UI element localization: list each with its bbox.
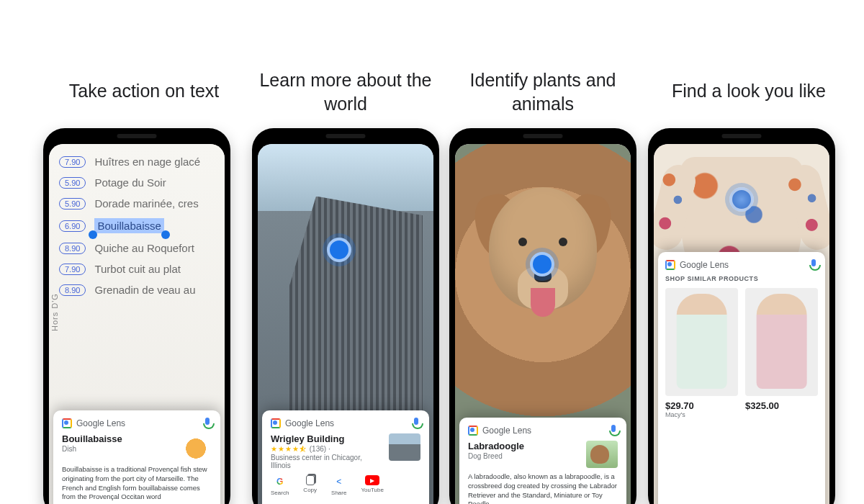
product-price: $29.70 [665, 400, 738, 411]
google-g-icon: G [274, 475, 287, 488]
result-card[interactable]: Google Lens Wrigley Building ★★★★⯪ (136)… [262, 410, 429, 504]
action-youtube[interactable]: ▸YouTube [361, 475, 383, 496]
action-copy[interactable]: Copy [303, 475, 317, 496]
heading-animals: Identify plants and animals [456, 68, 629, 115]
card-actions: GSearch Copy <Share ▸YouTube [271, 475, 420, 496]
shop-label: SHOP SIMILAR PRODUCTS [665, 275, 818, 282]
menu-row[interactable]: 8.90Quiche au Roquefort [49, 238, 225, 258]
card-subtitle: Business center in Chicagor, Illinois [271, 454, 383, 469]
lens-brand: Google Lens [665, 260, 729, 270]
card-subtitle: Dish [62, 445, 122, 453]
card-kv: Bouillabaisse Dish [62, 433, 212, 461]
card-title: Bouillabaisse [62, 433, 122, 444]
menu-row[interactable]: 8.90Grenadin de veau au [49, 279, 225, 300]
card-subtitle: Dog Breed [468, 452, 524, 460]
card-header: Google Lens [62, 418, 212, 429]
card-header: Google Lens [468, 425, 618, 436]
card-rating: ★★★★⯪ (136) · [271, 445, 383, 453]
menu-row[interactable]: 5.90Potage du Soir [49, 172, 225, 193]
menu-row[interactable]: 7.90Huîtres en nage glacé [49, 151, 225, 172]
share-icon: < [333, 475, 346, 488]
card-kv: Wrigley Building ★★★★⯪ (136) · Business … [271, 433, 420, 469]
lens-icon [665, 260, 675, 270]
lens-brand: Google Lens [271, 418, 334, 428]
card-title: Labradoogle [468, 441, 524, 451]
mic-icon[interactable] [809, 259, 818, 271]
result-card[interactable]: Google Lens Bouillabaisse Dish Bouillaba… [53, 410, 220, 504]
action-search[interactable]: GSearch [271, 475, 289, 496]
card-desc: Bouillabaisse is a traditional Provençal… [62, 465, 212, 502]
mic-icon[interactable] [609, 425, 618, 436]
screen-world: Google Lens Wrigley Building ★★★★⯪ (136)… [258, 144, 433, 504]
product-image [745, 288, 818, 396]
menu-row[interactable]: 5.90Dorade marinée, cres [49, 193, 225, 214]
shop-card[interactable]: Google Lens SHOP SIMILAR PRODUCTS $29.70… [658, 252, 825, 504]
product-store: Macy's [665, 411, 738, 418]
lens-icon [62, 418, 72, 428]
product-price: $325.00 [745, 400, 818, 411]
phone-animals: Google Lens Labradoogle Dog Breed A labr… [449, 128, 636, 504]
promo-stage: Take action on text Learn more about the… [0, 0, 864, 504]
selection-handle-right[interactable] [161, 230, 170, 239]
card-header: Google Lens [271, 418, 420, 429]
card-title: Wrigley Building [271, 433, 383, 444]
heading-text: Take action on text [50, 79, 238, 103]
screen-look: Google Lens SHOP SIMILAR PRODUCTS $29.70… [654, 144, 829, 504]
lens-target-icon[interactable] [530, 252, 554, 276]
heading-world: Learn more about the world [259, 68, 432, 115]
menu-side-label: Hors D'G [50, 293, 59, 331]
action-share[interactable]: <Share [331, 475, 346, 496]
lens-target-icon[interactable] [729, 187, 754, 212]
product-card[interactable]: $29.70 Macy's [665, 288, 738, 418]
youtube-icon: ▸ [365, 475, 379, 485]
screen-animals: Google Lens Labradoogle Dog Breed A labr… [455, 144, 631, 504]
product-image [665, 288, 738, 396]
phone-world: Google Lens Wrigley Building ★★★★⯪ (136)… [252, 128, 439, 504]
phone-text: Hors D'G 7.90Huîtres en nage glacé 5.90P… [43, 128, 230, 504]
card-desc: A labradoodle, also known as a labrapood… [468, 472, 618, 504]
thumb-dish-icon [180, 433, 212, 461]
menu-row[interactable]: 7.90Turbot cuit au plat [49, 258, 225, 279]
mic-icon[interactable] [203, 418, 212, 429]
lens-brand: Google Lens [468, 426, 531, 436]
heading-look: Find a look you like [655, 79, 842, 103]
lens-target-icon[interactable] [327, 238, 351, 262]
phone-look: Google Lens SHOP SIMILAR PRODUCTS $29.70… [648, 128, 835, 504]
thumb-building-icon [389, 433, 420, 461]
screen-text: Hors D'G 7.90Huîtres en nage glacé 5.90P… [49, 144, 225, 504]
menu-row-selected[interactable]: 6.90Bouillabaisse [49, 214, 225, 238]
mic-icon[interactable] [412, 418, 420, 429]
lens-icon [271, 418, 281, 428]
lens-brand: Google Lens [62, 418, 125, 428]
product-card[interactable]: $325.00 [745, 288, 818, 418]
product-row: $29.70 Macy's $325.00 [665, 288, 818, 418]
lens-icon [468, 426, 478, 436]
copy-icon [306, 475, 315, 485]
thumb-dog-icon [586, 441, 618, 468]
card-header: Google Lens [665, 259, 818, 271]
result-card[interactable]: Google Lens Labradoogle Dog Breed A labr… [459, 418, 626, 504]
card-kv: Labradoogle Dog Breed [468, 441, 618, 468]
